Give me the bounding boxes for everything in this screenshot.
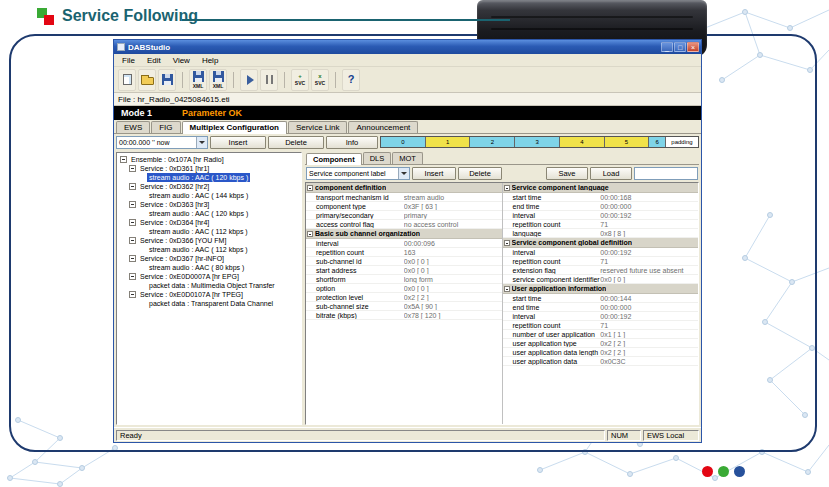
remove-service-button[interactable]: xSVC bbox=[311, 69, 329, 91]
property-row[interactable]: interval00:00:192 bbox=[503, 211, 699, 220]
property-value[interactable]: 0x2 [ 2 ] bbox=[404, 294, 502, 301]
component-insert-button[interactable]: Insert bbox=[412, 167, 456, 180]
property-row[interactable]: start time00:00:168 bbox=[503, 193, 699, 202]
property-section-header[interactable]: Service component global definition bbox=[503, 238, 699, 248]
tree-item[interactable]: Ensemble : 0x107A [hr Radio] bbox=[117, 155, 301, 164]
property-row[interactable]: start address0x0 [ 0 ] bbox=[306, 266, 502, 275]
property-value[interactable]: 0x5A [ 90 ] bbox=[404, 303, 502, 310]
property-row[interactable]: start time00:00:144 bbox=[503, 294, 699, 303]
tab-announcement[interactable]: Announcement bbox=[348, 121, 418, 133]
timeline-segment-4[interactable]: 4 bbox=[560, 137, 605, 147]
property-row[interactable]: sub-channel size0x5A [ 90 ] bbox=[306, 302, 502, 311]
tree-item[interactable]: stream audio : AAC ( 144 kbps ) bbox=[117, 191, 301, 200]
timeline-segment-2[interactable]: 2 bbox=[470, 137, 515, 147]
property-row[interactable]: service component identifier0x0 [ 0 ] bbox=[503, 275, 699, 284]
property-row[interactable]: protection level0x2 [ 2 ] bbox=[306, 293, 502, 302]
save-xml-button[interactable]: XML bbox=[189, 69, 207, 91]
collapse-icon[interactable] bbox=[129, 273, 136, 280]
property-row[interactable]: extension flagreserved future use absent bbox=[503, 266, 699, 275]
collapse-icon[interactable] bbox=[129, 291, 136, 298]
component-delete-button[interactable]: Delete bbox=[458, 167, 502, 180]
collapse-icon[interactable] bbox=[129, 183, 136, 190]
tree-item[interactable]: stream audio : AAC ( 120 kbps ) bbox=[117, 209, 301, 218]
menu-view[interactable]: View bbox=[167, 56, 196, 65]
property-section-header[interactable]: Service component language bbox=[503, 183, 699, 193]
tree-item[interactable]: Service : 0xD364 [hr4] bbox=[117, 218, 301, 227]
collapse-icon[interactable] bbox=[504, 286, 510, 292]
pause-button[interactable] bbox=[260, 69, 278, 91]
tree-item[interactable]: Service : 0xD366 [YOU FM] bbox=[117, 236, 301, 245]
property-value[interactable]: long form bbox=[404, 276, 502, 283]
tree-item[interactable]: Service : 0xD367 [hr-iNFO] bbox=[117, 254, 301, 263]
tree-item[interactable]: stream audio : AAC ( 120 kbps ) bbox=[117, 173, 301, 182]
property-row[interactable]: option0x0 [ 0 ] bbox=[306, 284, 502, 293]
property-value[interactable]: 71 bbox=[600, 221, 698, 228]
tab-dls[interactable]: DLS bbox=[363, 152, 392, 164]
property-value[interactable]: 0x1 [ 1 ] bbox=[600, 331, 698, 338]
tab-mot[interactable]: MOT bbox=[392, 152, 423, 164]
collapse-icon[interactable] bbox=[129, 201, 136, 208]
property-value[interactable]: 0x8 [ 8 ] bbox=[600, 230, 698, 237]
maximize-button[interactable]: □ bbox=[674, 42, 686, 52]
property-value[interactable]: 0x0 [ 0 ] bbox=[404, 267, 502, 274]
tree-item[interactable]: stream audio : AAC ( 112 kbps ) bbox=[117, 227, 301, 236]
property-value[interactable]: reserved future use absent bbox=[600, 267, 698, 274]
property-row[interactable]: user application type0x2 [ 2 ] bbox=[503, 339, 699, 348]
timeline-segment-5[interactable]: 5 bbox=[605, 137, 650, 147]
timeline-segment-6[interactable]: 6 bbox=[649, 137, 666, 147]
collapse-icon[interactable] bbox=[307, 231, 313, 237]
property-value[interactable]: 0x0 [ 0 ] bbox=[404, 258, 502, 265]
property-row[interactable]: language0x8 [ 8 ] bbox=[503, 229, 699, 238]
property-row[interactable]: end time00:00:000 bbox=[503, 303, 699, 312]
play-button[interactable] bbox=[240, 69, 258, 91]
property-row[interactable]: component type0x3F [ 63 ] bbox=[306, 202, 502, 211]
component-label-dropdown[interactable]: Service component label bbox=[306, 167, 410, 180]
property-row[interactable]: bitrate (kbps)0x78 [ 120 ] bbox=[306, 311, 502, 320]
property-value[interactable]: 00:00:168 bbox=[600, 194, 698, 201]
property-row[interactable]: sub-channel id0x0 [ 0 ] bbox=[306, 257, 502, 266]
property-value[interactable]: 00:00:192 bbox=[600, 249, 698, 256]
collapse-icon[interactable] bbox=[129, 219, 136, 226]
property-value[interactable]: 00:00:096 bbox=[404, 240, 502, 247]
property-row[interactable]: primary/secondaryprimary bbox=[306, 211, 502, 220]
tab-component[interactable]: Component bbox=[306, 153, 362, 165]
property-value[interactable]: 0x3F [ 63 ] bbox=[404, 203, 502, 210]
property-value[interactable]: 00:00:144 bbox=[600, 295, 698, 302]
load-button[interactable]: Load bbox=[590, 167, 632, 180]
tree-item[interactable]: stream audio : AAC ( 112 kbps ) bbox=[117, 245, 301, 254]
tree-item[interactable]: Service : 0xD361 [hr1] bbox=[117, 164, 301, 173]
timeline-segment-3[interactable]: 3 bbox=[515, 137, 560, 147]
property-value[interactable]: primary bbox=[404, 212, 502, 219]
collapse-icon[interactable] bbox=[129, 255, 136, 262]
minimize-button[interactable]: _ bbox=[661, 42, 673, 52]
property-row[interactable]: transport mechanism idstream audio bbox=[306, 193, 502, 202]
property-value[interactable]: 71 bbox=[600, 322, 698, 329]
property-row[interactable]: number of user application0x1 [ 1 ] bbox=[503, 330, 699, 339]
property-value[interactable]: no access control bbox=[404, 221, 502, 228]
tree-item[interactable]: packet data : Multimedia Object Transfer bbox=[117, 281, 301, 290]
help-button[interactable]: ? bbox=[342, 69, 360, 91]
save-button[interactable]: Save bbox=[546, 167, 588, 180]
collapse-icon[interactable] bbox=[307, 185, 313, 191]
collapse-icon[interactable] bbox=[129, 237, 136, 244]
collapse-icon[interactable] bbox=[129, 165, 136, 172]
tree-item[interactable]: stream audio : AAC ( 80 kbps ) bbox=[117, 263, 301, 272]
info-button[interactable]: Info bbox=[326, 136, 378, 149]
property-row[interactable]: interval00:00:192 bbox=[503, 312, 699, 321]
timeline-segment-padding[interactable]: padding bbox=[666, 137, 698, 147]
add-service-button[interactable]: +SVC bbox=[291, 69, 309, 91]
property-value[interactable]: 00:00:000 bbox=[600, 203, 698, 210]
property-row[interactable]: shortformlong form bbox=[306, 275, 502, 284]
tab-ews[interactable]: EWS bbox=[116, 121, 150, 133]
menu-file[interactable]: File bbox=[116, 56, 141, 65]
open-file-button[interactable] bbox=[138, 69, 156, 91]
property-value[interactable]: 71 bbox=[600, 258, 698, 265]
timeline-segment-1[interactable]: 1 bbox=[426, 137, 471, 147]
property-section-header[interactable]: Basic sub channel organization bbox=[306, 229, 502, 239]
delete-button[interactable]: Delete bbox=[268, 136, 324, 149]
collapse-icon[interactable] bbox=[504, 185, 510, 191]
property-row[interactable]: repetition count71 bbox=[503, 321, 699, 330]
close-button[interactable]: × bbox=[687, 42, 699, 52]
tab-multiplex-configuration[interactable]: Multiplex Configuration bbox=[182, 121, 287, 134]
property-value[interactable]: 0x0 [ 0 ] bbox=[404, 285, 502, 292]
